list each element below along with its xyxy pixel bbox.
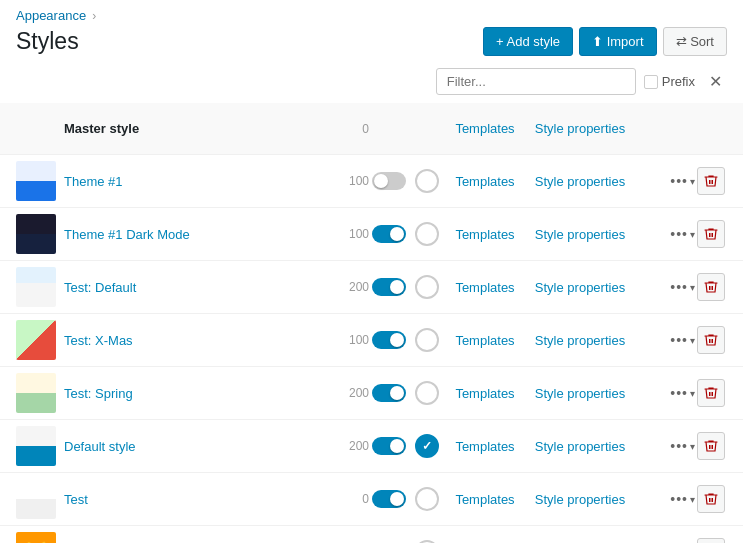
style-properties-col[interactable]: Style properties [525, 333, 635, 348]
templates-link[interactable]: Templates [455, 174, 514, 189]
templates-link[interactable]: Templates [455, 492, 514, 507]
thumbnail-col [16, 426, 64, 466]
delete-button[interactable] [697, 220, 725, 248]
style-toggle[interactable] [372, 384, 406, 402]
style-properties-link[interactable]: Style properties [535, 492, 625, 507]
style-name-link[interactable]: Test: Default [64, 280, 136, 295]
more-actions-button[interactable]: •••▾ [670, 385, 695, 401]
templates-link[interactable]: Templates [455, 439, 514, 454]
filter-input[interactable] [436, 68, 636, 95]
delete-button[interactable] [697, 538, 725, 543]
templates-link[interactable]: Templates [455, 280, 514, 295]
more-actions-button[interactable]: •••▾ [670, 173, 695, 189]
style-properties-col[interactable]: Style properties [525, 386, 635, 401]
style-properties-link[interactable]: Style properties [535, 439, 625, 454]
style-row: Test0TemplatesStyle properties•••▾ [0, 473, 743, 526]
circle-col: ✓ [409, 434, 445, 458]
style-circle-button[interactable]: ✓ [415, 434, 439, 458]
templates-col[interactable]: Templates [445, 439, 525, 454]
templates-col[interactable]: Templates [445, 492, 525, 507]
master-templates-link[interactable]: Templates [445, 121, 525, 136]
style-toggle[interactable] [372, 490, 406, 508]
templates-col[interactable]: Templates [445, 174, 525, 189]
style-properties-link[interactable]: Style properties [535, 174, 625, 189]
toggle-col [369, 490, 409, 508]
import-button[interactable]: ⬆ Import [579, 27, 656, 56]
filter-input-wrap [436, 68, 636, 95]
style-properties-col[interactable]: Style properties [525, 439, 635, 454]
style-circle-button[interactable] [415, 169, 439, 193]
style-row: 🐱tse0TemplatesStyle properties•••▾ [0, 526, 743, 543]
style-toggle[interactable] [372, 437, 406, 455]
style-name-link[interactable]: Theme #1 [64, 174, 123, 189]
style-toggle[interactable] [372, 172, 406, 190]
style-circle-button[interactable] [415, 328, 439, 352]
style-properties-link[interactable]: Style properties [535, 386, 625, 401]
trash-icon [704, 280, 718, 294]
add-style-button[interactable]: + Add style [483, 27, 573, 56]
style-name-col: Theme #1 [64, 174, 319, 189]
templates-col[interactable]: Templates [445, 280, 525, 295]
breadcrumb-parent[interactable]: Appearance [16, 8, 86, 23]
more-actions-button[interactable]: •••▾ [670, 332, 695, 348]
style-toggle[interactable] [372, 278, 406, 296]
style-circle-button[interactable] [415, 275, 439, 299]
more-actions-button[interactable]: •••▾ [670, 438, 695, 454]
style-count: 100 [319, 174, 369, 188]
prefix-label[interactable]: Prefix [662, 74, 695, 89]
templates-link[interactable]: Templates [455, 227, 514, 242]
trash-icon [704, 492, 718, 506]
circle-col [409, 275, 445, 299]
style-name-link[interactable]: Theme #1 Dark Mode [64, 227, 190, 242]
prefix-checkbox[interactable] [644, 75, 658, 89]
more-actions-button[interactable]: •••▾ [670, 226, 695, 242]
style-thumbnail [16, 161, 56, 201]
delete-button[interactable] [697, 167, 725, 195]
delete-col [695, 485, 727, 513]
filter-close-button[interactable]: ✕ [703, 70, 727, 94]
toggle-col [369, 384, 409, 402]
style-properties-link[interactable]: Style properties [535, 333, 625, 348]
sort-button[interactable]: ⇄ Sort [663, 27, 727, 56]
styles-list: Theme #1100TemplatesStyle properties•••▾… [0, 155, 743, 543]
style-thumbnail: 🐱 [16, 532, 56, 543]
style-properties-link[interactable]: Style properties [535, 280, 625, 295]
style-toggle[interactable] [372, 331, 406, 349]
style-name-link[interactable]: Default style [64, 439, 136, 454]
delete-button[interactable] [697, 485, 725, 513]
templates-link[interactable]: Templates [455, 386, 514, 401]
style-properties-col[interactable]: Style properties [525, 174, 635, 189]
templates-col[interactable]: Templates [445, 227, 525, 242]
style-row: Test: Default200TemplatesStyle propertie… [0, 261, 743, 314]
circle-col [409, 328, 445, 352]
master-style-props-link[interactable]: Style properties [525, 121, 635, 136]
style-properties-col[interactable]: Style properties [525, 227, 635, 242]
delete-button[interactable] [697, 273, 725, 301]
templates-link[interactable]: Templates [455, 333, 514, 348]
delete-col [695, 167, 727, 195]
delete-button[interactable] [697, 326, 725, 354]
style-circle-button[interactable] [415, 222, 439, 246]
more-actions-button[interactable]: •••▾ [670, 491, 695, 507]
templates-col[interactable]: Templates [445, 333, 525, 348]
style-name-link[interactable]: Test: Spring [64, 386, 133, 401]
style-row: Default style200✓TemplatesStyle properti… [0, 420, 743, 473]
toggle-col [369, 437, 409, 455]
delete-button[interactable] [697, 379, 725, 407]
style-thumbnail [16, 479, 56, 519]
style-circle-button[interactable] [415, 487, 439, 511]
toggle-col [369, 278, 409, 296]
filter-bar: Prefix ✕ [0, 68, 743, 103]
style-name-col: Test: Spring [64, 386, 319, 401]
trash-icon [704, 227, 718, 241]
style-properties-link[interactable]: Style properties [535, 227, 625, 242]
style-name-link[interactable]: Test: X-Mas [64, 333, 133, 348]
style-circle-button[interactable] [415, 381, 439, 405]
style-name-link[interactable]: Test [64, 492, 88, 507]
style-properties-col[interactable]: Style properties [525, 492, 635, 507]
delete-button[interactable] [697, 432, 725, 460]
style-properties-col[interactable]: Style properties [525, 280, 635, 295]
more-actions-button[interactable]: •••▾ [670, 279, 695, 295]
templates-col[interactable]: Templates [445, 386, 525, 401]
style-toggle[interactable] [372, 225, 406, 243]
